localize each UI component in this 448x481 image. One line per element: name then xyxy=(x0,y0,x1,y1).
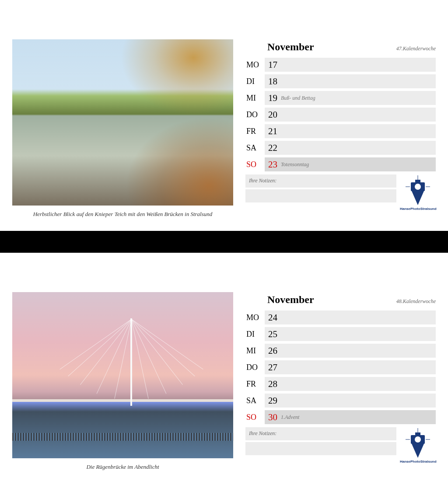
notes-blank xyxy=(245,442,396,455)
svg-point-3 xyxy=(415,184,421,190)
svg-marker-7 xyxy=(412,444,424,458)
day-row: SO23Totensonntag xyxy=(245,157,436,172)
day-row: DI25 xyxy=(245,327,436,342)
day-row: DO27 xyxy=(245,360,436,375)
day-bar: 18 xyxy=(265,74,436,88)
day-bar: 25 xyxy=(265,327,436,341)
day-bar: 26 xyxy=(265,344,436,358)
day-bar: 28 xyxy=(265,377,436,391)
calendar-column: November 48.Kalenderwoche MO24DI25MI26DO… xyxy=(245,292,436,471)
day-row: FR28 xyxy=(245,376,436,391)
brand-label: HansePhotoStralsund xyxy=(400,460,436,464)
calendar-column: November 47.Kalenderwoche MO17DI18MI19Bu… xyxy=(245,39,436,218)
day-row: MO24 xyxy=(245,310,436,325)
notes-section: Ihre Notizen: HansePhotoStralsund xyxy=(245,174,436,211)
day-bar: 20 xyxy=(265,108,436,122)
camera-icon xyxy=(402,174,434,206)
days-list: MO24DI25MI26DO27FR28SA29SO301.Advent xyxy=(245,310,436,425)
brand-logo: HansePhotoStralsund xyxy=(400,427,436,464)
calendar-page: Herbstlicher Blick auf den Knieper Teich… xyxy=(0,0,448,231)
day-row: SA29 xyxy=(245,393,436,408)
day-abbrev: SA xyxy=(245,143,265,153)
day-bar: 24 xyxy=(265,310,436,324)
week-number-label: 47.Kalenderwoche xyxy=(396,45,436,52)
day-abbrev: FR xyxy=(245,380,265,389)
day-abbrev: MO xyxy=(245,60,265,70)
calendar-page: Die Rügenbrücke im Abendlicht November 4… xyxy=(0,253,448,481)
week-number-label: 48.Kalenderwoche xyxy=(396,298,436,305)
day-note: Buß- und Bettag xyxy=(281,95,315,101)
svg-marker-0 xyxy=(412,191,424,205)
day-bar: 29 xyxy=(265,394,436,408)
day-abbrev: DI xyxy=(245,330,265,339)
day-number: 25 xyxy=(268,329,277,340)
notes-section: Ihre Notizen: HansePhotoStralsund xyxy=(245,427,436,464)
brand-label: HansePhotoStralsund xyxy=(400,207,436,211)
day-bar: 17 xyxy=(265,58,436,72)
day-bar: 19Buß- und Bettag xyxy=(265,91,436,105)
day-number: 23 xyxy=(268,159,277,170)
day-abbrev: SA xyxy=(245,396,265,405)
day-row: FR21 xyxy=(245,124,436,139)
day-row: DI18 xyxy=(245,74,436,89)
calendar-header: November 47.Kalenderwoche xyxy=(245,41,436,57)
day-abbrev: DI xyxy=(245,77,265,86)
notes-box: Ihre Notizen: xyxy=(245,174,396,211)
day-note: 1.Advent xyxy=(281,414,299,421)
day-number: 28 xyxy=(268,379,277,390)
camera-icon xyxy=(402,427,434,459)
day-row: MI19Buß- und Bettag xyxy=(245,91,436,105)
day-bar: 22 xyxy=(265,141,436,155)
day-row: DO20 xyxy=(245,107,436,122)
day-bar: 23Totensonntag xyxy=(265,157,436,171)
day-number: 26 xyxy=(268,345,277,356)
day-abbrev: FR xyxy=(245,127,265,136)
notes-blank xyxy=(245,189,396,202)
day-number: 18 xyxy=(268,76,277,87)
photo-column: Herbstlicher Blick auf den Knieper Teich… xyxy=(12,39,233,218)
day-row: MO17 xyxy=(245,57,436,72)
days-list: MO17DI18MI19Buß- und BettagDO20FR21SA22S… xyxy=(245,57,436,172)
day-row: SO301.Advent xyxy=(245,410,436,425)
day-abbrev: DO xyxy=(245,363,265,372)
week-photo xyxy=(12,292,233,458)
day-abbrev: SO xyxy=(245,413,265,422)
svg-point-10 xyxy=(415,436,421,443)
day-note: Totensonntag xyxy=(281,161,309,168)
notes-label: Ihre Notizen: xyxy=(245,427,396,440)
day-number: 29 xyxy=(268,395,277,406)
page-divider xyxy=(0,231,448,253)
day-bar: 27 xyxy=(265,360,436,374)
day-bar: 301.Advent xyxy=(265,410,436,424)
day-number: 17 xyxy=(268,59,277,70)
day-number: 21 xyxy=(268,126,277,137)
brand-logo: HansePhotoStralsund xyxy=(400,174,436,211)
notes-label: Ihre Notizen: xyxy=(245,174,396,188)
week-photo xyxy=(12,39,233,206)
day-row: SA22 xyxy=(245,140,436,155)
day-number: 19 xyxy=(268,93,277,104)
day-number: 20 xyxy=(268,109,277,120)
day-number: 30 xyxy=(268,412,277,423)
day-number: 22 xyxy=(268,143,277,153)
month-label: November xyxy=(267,294,314,306)
day-number: 24 xyxy=(268,312,277,323)
day-row: MI26 xyxy=(245,343,436,358)
day-abbrev: MI xyxy=(245,346,265,356)
day-abbrev: MO xyxy=(245,313,265,322)
calendar-header: November 48.Kalenderwoche xyxy=(245,294,436,310)
day-bar: 21 xyxy=(265,124,436,138)
day-abbrev: DO xyxy=(245,110,265,119)
day-number: 27 xyxy=(268,362,277,373)
notes-box: Ihre Notizen: xyxy=(245,427,396,464)
photo-column: Die Rügenbrücke im Abendlicht xyxy=(12,292,233,471)
day-abbrev: MI xyxy=(245,94,265,103)
photo-caption: Die Rügenbrücke im Abendlicht xyxy=(12,464,233,471)
day-abbrev: SO xyxy=(245,160,265,169)
photo-caption: Herbstlicher Blick auf den Knieper Teich… xyxy=(12,211,233,218)
month-label: November xyxy=(267,41,314,53)
